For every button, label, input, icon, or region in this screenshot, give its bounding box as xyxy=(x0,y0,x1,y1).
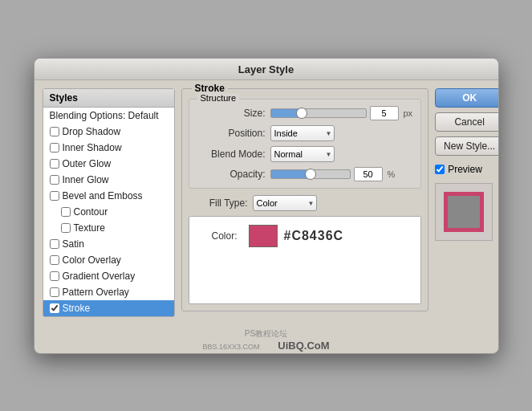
new-style-button[interactable]: New Style... xyxy=(435,136,498,156)
satin-item[interactable]: Satin xyxy=(43,236,174,252)
structure-legend: Structure xyxy=(197,93,240,103)
color-row: Color: #C8436C xyxy=(197,225,413,247)
structure-group: Structure Size: 5 px Position: xyxy=(189,99,422,189)
satin-label: Satin xyxy=(63,238,84,250)
gradient-overlay-checkbox[interactable] xyxy=(50,271,59,281)
watermark: PS教程论坛 BBS.16XX3.COM UiBQ.CoM xyxy=(35,325,498,353)
drop-shadow-item[interactable]: Drop Shadow xyxy=(43,124,174,140)
blend-mode-select-wrapper: Normal Multiply Screen Overlay ▼ xyxy=(270,146,335,162)
color-hex-display: #C8436C xyxy=(284,229,344,243)
fill-type-select-wrapper: Color Gradient Pattern ▼ xyxy=(253,195,317,211)
size-unit: px xyxy=(404,108,413,118)
main-panel: Stroke Structure Size: 5 px Po xyxy=(181,88,429,317)
watermark-line1: PS教程论坛 xyxy=(245,329,287,338)
gradient-overlay-item[interactable]: Gradient Overlay xyxy=(43,268,174,284)
contour-label: Contour xyxy=(74,206,108,218)
inner-glow-item[interactable]: Inner Glow xyxy=(43,172,174,188)
size-slider[interactable] xyxy=(270,108,367,118)
bevel-emboss-label: Bevel and Emboss xyxy=(63,190,143,201)
texture-checkbox[interactable] xyxy=(61,223,71,233)
position-row: Position: Inside Outside Center ▼ xyxy=(197,125,413,141)
fill-type-select[interactable]: Color Gradient Pattern xyxy=(253,195,317,211)
position-select[interactable]: Inside Outside Center xyxy=(270,125,335,141)
styles-header: Styles xyxy=(43,89,174,108)
opacity-row: Opacity: 50 % xyxy=(197,167,413,181)
drop-shadow-checkbox[interactable] xyxy=(50,127,59,136)
preview-label-row: Preview xyxy=(435,164,498,175)
stroke-label: Stroke xyxy=(63,303,91,314)
inner-shadow-checkbox[interactable] xyxy=(50,143,59,153)
drop-shadow-label: Drop Shadow xyxy=(63,126,121,137)
ok-button[interactable]: OK xyxy=(435,88,498,108)
blending-options-label: Blending Options: Default xyxy=(50,110,159,121)
blend-mode-select[interactable]: Normal Multiply Screen Overlay xyxy=(270,146,335,162)
satin-checkbox[interactable] xyxy=(50,239,59,249)
preview-box xyxy=(435,183,493,241)
stroke-section: Stroke Structure Size: 5 px Po xyxy=(181,88,429,311)
color-swatch[interactable] xyxy=(249,225,278,247)
watermark-line3: UiBQ.CoM xyxy=(278,340,329,352)
texture-label: Texture xyxy=(74,222,105,234)
bevel-emboss-item[interactable]: Bevel and Emboss xyxy=(43,188,174,204)
stroke-item[interactable]: Stroke xyxy=(43,300,174,316)
dialog-title: Layer Style xyxy=(35,59,498,80)
outer-glow-label: Outer Glow xyxy=(63,158,112,169)
size-label: Size: xyxy=(197,108,266,119)
right-panel: OK Cancel New Style... Preview xyxy=(435,88,498,317)
stroke-legend: Stroke xyxy=(192,83,228,94)
size-slider-container: 5 px xyxy=(270,106,413,120)
color-overlay-checkbox[interactable] xyxy=(50,255,59,265)
opacity-unit: % xyxy=(388,169,396,179)
pattern-overlay-item[interactable]: Pattern Overlay xyxy=(43,284,174,300)
preview-checkbox[interactable] xyxy=(435,165,445,174)
blend-mode-row: Blend Mode: Normal Multiply Screen Overl… xyxy=(197,146,413,162)
inner-shadow-label: Inner Shadow xyxy=(63,142,122,153)
contour-checkbox[interactable] xyxy=(61,207,71,217)
color-label: Color: xyxy=(197,230,238,242)
bevel-emboss-checkbox[interactable] xyxy=(50,191,59,201)
contour-item[interactable]: Contour xyxy=(43,204,174,220)
cancel-button[interactable]: Cancel xyxy=(435,112,498,132)
preview-visual xyxy=(444,192,484,232)
opacity-label: Opacity: xyxy=(197,169,266,180)
left-panel: Styles Blending Options: Default Drop Sh… xyxy=(43,88,175,317)
outer-glow-item[interactable]: Outer Glow xyxy=(43,156,174,172)
texture-item[interactable]: Texture xyxy=(43,220,174,236)
position-label: Position: xyxy=(197,128,266,139)
size-input[interactable]: 5 xyxy=(370,106,399,120)
watermark-line2: BBS.16XX3.COM xyxy=(202,343,259,351)
preview-label: Preview xyxy=(448,164,482,175)
stroke-checkbox[interactable] xyxy=(50,303,59,313)
opacity-slider-container: 50 % xyxy=(270,167,396,181)
opacity-slider[interactable] xyxy=(270,169,351,179)
layer-style-dialog: Layer Style Styles Blending Options: Def… xyxy=(34,58,499,354)
fill-type-label: Fill Type: xyxy=(192,197,248,209)
outer-glow-checkbox[interactable] xyxy=(50,159,59,169)
inner-shadow-item[interactable]: Inner Shadow xyxy=(43,140,174,156)
blending-options-item[interactable]: Blending Options: Default xyxy=(43,108,174,124)
size-row: Size: 5 px xyxy=(197,106,413,120)
pattern-overlay-checkbox[interactable] xyxy=(50,287,59,297)
color-overlay-item[interactable]: Color Overlay xyxy=(43,252,174,268)
preview-inner xyxy=(448,196,480,228)
color-overlay-label: Color Overlay xyxy=(63,254,121,266)
position-select-wrapper: Inside Outside Center ▼ xyxy=(270,125,335,141)
blend-mode-label: Blend Mode: xyxy=(197,149,266,160)
pattern-overlay-label: Pattern Overlay xyxy=(63,287,129,298)
fill-type-row: Fill Type: Color Gradient Pattern ▼ xyxy=(189,195,422,211)
opacity-input[interactable]: 50 xyxy=(354,167,383,181)
gradient-overlay-label: Gradient Overlay xyxy=(63,271,136,282)
inner-glow-label: Inner Glow xyxy=(63,174,109,185)
inner-glow-checkbox[interactable] xyxy=(50,175,59,185)
color-area: Color: #C8436C xyxy=(189,216,422,304)
